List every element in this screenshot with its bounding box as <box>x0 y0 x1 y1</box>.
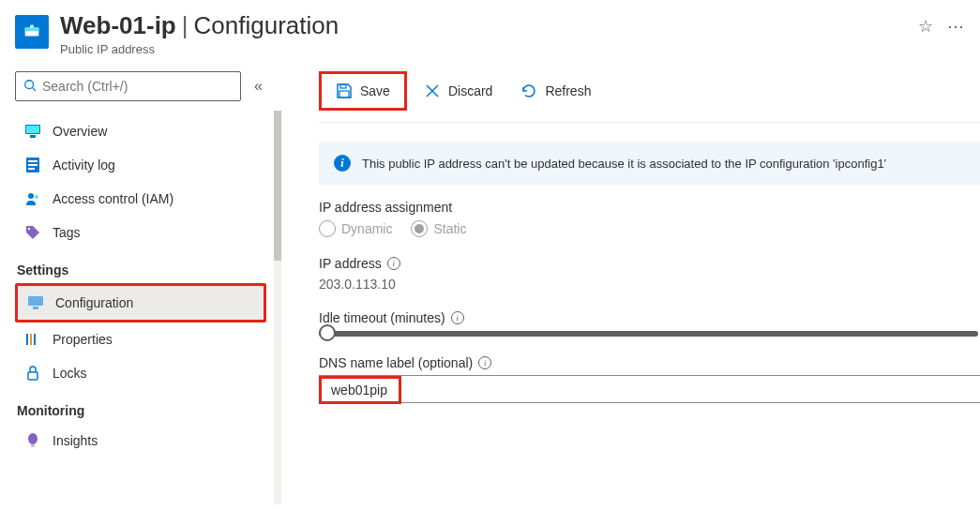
nav-label: Activity log <box>53 158 115 172</box>
insights-icon <box>24 432 41 449</box>
nav-main-group: Overview Activity log Access control (IA… <box>15 114 266 249</box>
svg-rect-9 <box>28 160 38 162</box>
svg-rect-7 <box>30 135 36 138</box>
dns-name-label: DNS name label (optional) <box>319 355 473 370</box>
page-header: Web-01-ip | Configuration Public IP addr… <box>0 0 980 64</box>
more-menu-icon[interactable]: ⋯ <box>946 17 965 36</box>
ip-address-label: IP address <box>319 256 382 271</box>
dns-name-input[interactable] <box>322 379 399 401</box>
radio-dynamic-label: Dynamic <box>341 221 392 236</box>
svg-rect-19 <box>34 334 36 345</box>
ip-address-section: IP address i 203.0.113.10 <box>319 256 980 292</box>
toolbar: Save Discard Refresh <box>319 64 980 123</box>
sidebar-search-input[interactable] <box>42 79 233 94</box>
page-name: Configuration <box>194 11 339 40</box>
save-label: Save <box>360 83 390 98</box>
resource-type-subtitle: Public IP address <box>60 42 905 56</box>
nav-locks[interactable]: Locks <box>15 356 266 390</box>
ip-assignment-section: IP address assignment Dynamic Static <box>319 200 980 237</box>
svg-rect-18 <box>30 334 32 345</box>
locks-icon <box>24 365 41 382</box>
svg-rect-10 <box>28 164 38 166</box>
info-banner: i This public IP address can't be update… <box>319 142 980 185</box>
sidebar-scrollbar-thumb[interactable] <box>274 111 281 261</box>
activity-log-icon <box>24 157 41 173</box>
main-content: Save Discard Refresh i This public IP ad… <box>281 64 980 508</box>
nav-tags[interactable]: Tags <box>15 216 266 249</box>
svg-rect-2 <box>30 25 34 28</box>
svg-rect-16 <box>33 307 38 309</box>
nav-overview[interactable]: Overview <box>15 114 266 148</box>
refresh-icon <box>520 82 537 99</box>
nav-monitoring-header: Monitoring <box>15 390 266 424</box>
nav-label: Properties <box>53 332 113 347</box>
favorite-star-icon[interactable]: ☆ <box>916 17 935 36</box>
properties-icon <box>24 331 41 348</box>
svg-rect-23 <box>340 84 346 88</box>
save-icon <box>336 82 353 99</box>
radio-static[interactable]: Static <box>411 220 466 237</box>
ip-assignment-label: IP address assignment <box>319 200 980 215</box>
save-button[interactable]: Save <box>324 77 401 105</box>
info-tooltip-icon[interactable]: i <box>387 257 400 270</box>
svg-rect-1 <box>25 27 39 31</box>
svg-line-4 <box>33 87 37 91</box>
info-tooltip-icon[interactable]: i <box>451 311 464 324</box>
configuration-icon <box>27 294 44 311</box>
public-ip-resource-icon <box>15 15 49 49</box>
info-tooltip-icon[interactable]: i <box>478 356 491 369</box>
dns-name-section: DNS name label (optional) i <box>319 355 980 403</box>
page-title: Web-01-ip | Configuration <box>60 11 905 40</box>
svg-point-13 <box>35 195 38 199</box>
refresh-button[interactable]: Refresh <box>509 77 602 105</box>
access-control-icon <box>24 190 41 207</box>
overview-icon <box>24 123 41 140</box>
nav-label: Configuration <box>55 295 133 310</box>
nav-activity-log[interactable]: Activity log <box>15 148 266 182</box>
discard-button[interactable]: Discard <box>413 77 504 105</box>
nav-settings-header: Settings <box>15 249 266 283</box>
nav-configuration[interactable]: Configuration <box>15 283 266 322</box>
radio-dynamic[interactable]: Dynamic <box>319 220 392 237</box>
idle-timeout-section: Idle timeout (minutes) i <box>319 310 980 337</box>
svg-point-12 <box>28 193 34 199</box>
collapse-sidebar-icon[interactable]: « <box>250 74 266 98</box>
ip-address-value: 203.0.113.10 <box>319 277 980 292</box>
slider-thumb[interactable] <box>319 324 336 341</box>
nav-settings-group: Configuration Properties Locks <box>15 283 266 390</box>
svg-rect-22 <box>31 444 35 447</box>
svg-rect-6 <box>26 126 39 133</box>
svg-rect-24 <box>339 91 349 98</box>
radio-icon <box>319 220 336 237</box>
radio-static-label: Static <box>433 221 466 236</box>
svg-rect-15 <box>28 296 43 306</box>
nav-insights[interactable]: Insights <box>15 424 266 458</box>
sidebar-scrollbar[interactable] <box>274 111 281 504</box>
svg-rect-11 <box>28 168 35 170</box>
nav-access-control[interactable]: Access control (IAM) <box>15 182 266 216</box>
tags-icon <box>24 224 41 241</box>
nav-label: Overview <box>53 124 107 139</box>
svg-point-3 <box>25 80 34 88</box>
sidebar-search[interactable] <box>15 71 241 101</box>
nav-label: Insights <box>53 433 98 448</box>
search-icon <box>23 79 37 95</box>
resource-name: Web-01-ip <box>60 11 176 40</box>
nav-monitoring-group: Insights <box>15 424 266 458</box>
svg-point-21 <box>28 433 38 444</box>
nav-properties[interactable]: Properties <box>15 322 266 356</box>
nav-label: Tags <box>53 225 81 240</box>
title-separator: | <box>182 11 188 40</box>
sidebar: « Overview Activity log Access control (… <box>0 64 281 508</box>
discard-label: Discard <box>448 83 492 98</box>
svg-rect-20 <box>28 372 38 380</box>
radio-icon <box>411 220 428 237</box>
nav-label: Access control (IAM) <box>53 191 173 206</box>
idle-timeout-label: Idle timeout (minutes) <box>319 310 445 325</box>
nav-label: Locks <box>53 366 87 381</box>
svg-rect-17 <box>26 334 28 345</box>
refresh-label: Refresh <box>545 83 591 98</box>
info-banner-text: This public IP address can't be updated … <box>362 157 886 171</box>
idle-timeout-slider[interactable] <box>319 331 978 337</box>
svg-point-14 <box>28 228 30 230</box>
